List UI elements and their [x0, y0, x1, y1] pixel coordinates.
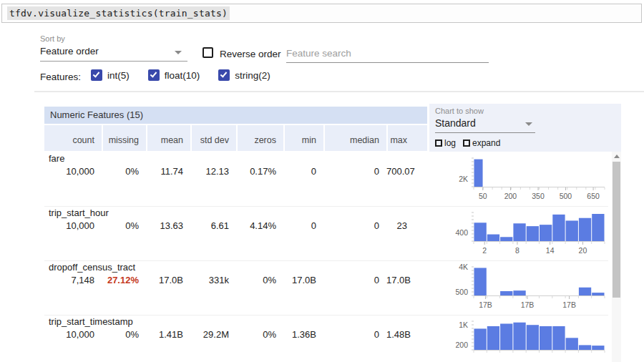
chart-type-select[interactable]: Standard [435, 116, 535, 133]
chart-to-show-label: Chart to show [435, 107, 484, 115]
svg-text:650: 650 [587, 192, 600, 200]
sort-by-label: Sort by [40, 34, 65, 43]
sort-by-value: Feature order [40, 46, 99, 57]
column-header: min [283, 125, 323, 151]
feature-stats: 10,0000%11.7412.130.17%00700.07 [44, 166, 427, 177]
stat-median: 0 [323, 275, 386, 285]
stat-count: 10,000 [44, 220, 102, 231]
reverse-order-checkbox[interactable] [203, 47, 213, 58]
svg-text:200: 200 [504, 192, 517, 200]
svg-text:1K: 1K [459, 321, 468, 329]
check-icon [93, 70, 100, 77]
stat-mean: 17.0B [146, 275, 190, 285]
stat-std-dev: 331k [190, 275, 236, 285]
column-header: missing [102, 125, 146, 151]
histogram-trip_start_hour: 400281420 [433, 207, 608, 261]
feature-rows: fare10,0000%11.7412.130.17%00700.072K502… [44, 152, 608, 362]
chevron-down-icon [525, 122, 532, 126]
stat-count: 10,000 [44, 166, 102, 177]
code-cell[interactable]: tfdv.visualize_statistics(train_stats) [1, 4, 642, 23]
feature-row-dropoff_census_tract: dropoff_census_tract7,14827.12%17.0B331k… [44, 261, 608, 315]
feature-row-fare: fare10,0000%11.7412.130.17%00700.072K502… [44, 152, 608, 207]
svg-text:17B: 17B [521, 300, 535, 309]
svg-text:14: 14 [546, 246, 555, 255]
column-header: median [323, 125, 386, 151]
stat-min: 1.36B [283, 329, 323, 340]
feature-stats: 10,0000%1.41B29.2M0%1.36B01.48B [44, 329, 427, 340]
feature-filter: int(5) [91, 69, 130, 81]
scrollbar[interactable] [612, 152, 621, 362]
scroll-up-icon[interactable] [612, 152, 621, 161]
divider [34, 91, 644, 92]
stat-missing: 0% [102, 329, 146, 340]
svg-text:50: 50 [479, 192, 487, 200]
feature-row-trip_start_timestamp: trip_start_timestamp10,0000%1.41B29.2M0%… [44, 315, 608, 362]
histogram-trip_start_timestamp: 1K200 [433, 315, 608, 362]
feature-filter: float(10) [148, 69, 200, 81]
stat-median: 0 [323, 220, 386, 231]
stat-min: 0 [283, 220, 323, 231]
svg-text:17B: 17B [562, 300, 576, 309]
stat-median: 0 [323, 166, 386, 177]
reverse-order-label: Reverse order [220, 49, 281, 59]
feature-name: trip_start_timestamp [49, 316, 133, 327]
feature-stats: 10,0000%13.636.614.14%0023 [44, 220, 427, 231]
stat-count: 7,148 [44, 275, 102, 285]
expand-label: expand [472, 138, 500, 148]
table-title: Numeric Features (15) [44, 107, 427, 124]
stat-median: 0 [323, 329, 386, 340]
histogram-fare: 2K50200350500650 [433, 152, 608, 207]
stat-zeros: 4.14% [236, 220, 283, 231]
svg-text:4K: 4K [459, 263, 468, 271]
stat-min: 0 [283, 166, 323, 177]
feature-filter-label: float(10) [165, 70, 200, 81]
stat-missing: 27.12% [102, 275, 146, 285]
svg-text:500: 500 [455, 288, 468, 296]
stat-mean: 13.63 [146, 220, 190, 231]
stat-mean: 1.41B [146, 329, 190, 340]
sort-by-select[interactable]: Feature order [40, 44, 187, 62]
feature-filter-label: string(2) [235, 70, 270, 81]
stat-missing: 0% [102, 220, 146, 231]
column-header: mean [146, 125, 190, 151]
log-label: log [444, 138, 456, 148]
chart-options-panel: Chart to show Standard log expand [429, 104, 621, 152]
column-header: max [386, 125, 427, 151]
column-headers: countmissingmeanstd devzerosminmedianmax [44, 125, 427, 151]
feature-filter-label: int(5) [107, 70, 130, 81]
feature-filter-checkbox[interactable] [91, 69, 102, 81]
expand-checkbox[interactable] [463, 140, 470, 147]
stat-zeros: 0% [236, 329, 283, 340]
svg-text:17B: 17B [479, 300, 492, 309]
feature-filter-checkbox[interactable] [218, 69, 230, 81]
svg-text:2K: 2K [459, 175, 468, 183]
feature-name: fare [49, 153, 64, 164]
stat-missing: 0% [102, 166, 146, 177]
svg-text:350: 350 [532, 192, 545, 200]
feature-search-input[interactable] [286, 44, 489, 63]
stat-zeros: 0% [236, 275, 283, 285]
stat-count: 10,000 [44, 329, 102, 340]
column-header: zeros [236, 125, 283, 151]
svg-text:20: 20 [579, 246, 587, 255]
svg-text:8: 8 [515, 246, 519, 255]
check-icon [150, 70, 157, 77]
scroll-thumb[interactable] [613, 162, 620, 298]
stat-std-dev: 6.61 [190, 220, 236, 231]
svg-text:200: 200 [455, 341, 468, 349]
feature-filters: int(5)float(10)string(2) [91, 69, 289, 81]
column-header: std dev [190, 125, 236, 151]
feature-filter-checkbox[interactable] [148, 69, 160, 81]
features-label: Features: [40, 72, 81, 82]
check-icon [220, 70, 228, 77]
feature-name: dropoff_census_tract [49, 262, 135, 273]
stat-zeros: 0.17% [236, 166, 283, 177]
stat-mean: 11.74 [146, 166, 190, 177]
log-checkbox[interactable] [435, 140, 442, 147]
code-text: tfdv.visualize_statistics(train_stats) [7, 6, 230, 20]
stat-max: 1.48B [386, 329, 427, 340]
chevron-down-icon [175, 51, 182, 54]
svg-text:500: 500 [560, 192, 572, 200]
stat-max: 23 [386, 220, 427, 231]
feature-filter: string(2) [218, 69, 270, 81]
